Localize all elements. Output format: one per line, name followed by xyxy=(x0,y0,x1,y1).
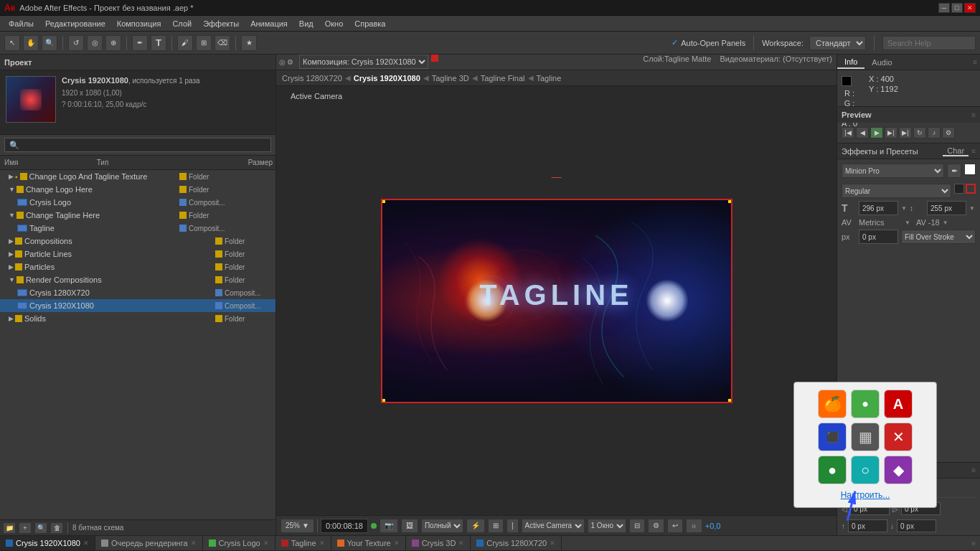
corner-handle-br[interactable] xyxy=(728,399,732,403)
corner-handle-bl[interactable] xyxy=(381,399,385,403)
timeline-tab-texture[interactable]: Your Texture ✕ xyxy=(331,536,406,550)
breadcrumb-crysis-1920[interactable]: Crysis 1920X1080 xyxy=(354,74,420,83)
time-display[interactable]: 0:00:08:18 xyxy=(321,519,368,533)
tab-close-texture[interactable]: ✕ xyxy=(394,540,400,547)
tab-close-crysis3d[interactable]: ✕ xyxy=(458,540,464,547)
space-after-input[interactable] xyxy=(897,519,936,532)
tab-close-tagline[interactable]: ✕ xyxy=(319,540,325,547)
audio-button[interactable]: ♪ xyxy=(928,127,941,138)
no-fill-icon[interactable] xyxy=(966,184,976,194)
search-input[interactable] xyxy=(882,36,976,50)
timeline-tab-crysis1920[interactable]: Crysis 1920X1080 ✕ xyxy=(0,536,95,550)
quality-select[interactable]: Полный xyxy=(421,519,463,533)
fill-style-select[interactable]: Fill Over Stroke xyxy=(901,230,976,244)
addon-icon-2[interactable]: ● xyxy=(851,390,880,418)
play-button[interactable]: ▶ xyxy=(870,127,883,138)
preview-menu-btn[interactable]: ≡ xyxy=(971,111,976,119)
reset-view-btn[interactable]: ↩ xyxy=(667,519,683,533)
close-button[interactable]: ✕ xyxy=(964,3,976,13)
font-style-select[interactable]: Regular xyxy=(842,184,951,198)
tool-clone[interactable]: ⊞ xyxy=(196,35,212,51)
corner-handle-tr[interactable] xyxy=(728,199,732,203)
corner-handle-tl[interactable] xyxy=(381,199,385,203)
tool-rotate[interactable]: ↺ xyxy=(68,35,84,51)
addon-icon-8[interactable]: ○ xyxy=(851,456,880,484)
stroke-color[interactable] xyxy=(954,184,964,194)
panel-menu-btn[interactable]: ≡ xyxy=(970,58,980,66)
list-item[interactable]: Tagline Composit... xyxy=(0,222,275,235)
tab-close-renderqueue[interactable]: ✕ xyxy=(191,540,197,547)
comp-name-dropdown[interactable]: Композиция: Crysis 1920X1080 xyxy=(299,55,428,69)
menu-effects[interactable]: Эффекты xyxy=(197,18,245,29)
para-menu-btn[interactable]: ≡ xyxy=(971,466,976,474)
tool-cam1[interactable]: ◎ xyxy=(87,35,103,51)
menu-help[interactable]: Справка xyxy=(349,18,391,29)
breadcrumb-tagline-3d[interactable]: Tagline 3D xyxy=(432,74,469,83)
list-item[interactable]: ▶ Particles Folder xyxy=(0,260,275,273)
tab-info[interactable]: Info xyxy=(837,56,864,69)
new-folder-button[interactable]: 📁 xyxy=(3,522,16,534)
list-item[interactable]: ▼ Change Logo Here Folder xyxy=(0,183,275,196)
fast-preview-btn[interactable]: ⚡ xyxy=(466,519,485,533)
addon-icon-5[interactable]: ▦ xyxy=(851,423,880,451)
list-item[interactable]: Crysis Logo Composit... xyxy=(0,196,275,209)
addon-icon-4[interactable]: ⬛ xyxy=(818,423,847,451)
view-select[interactable]: 1 Окно xyxy=(588,519,626,533)
menu-layer[interactable]: Слой xyxy=(166,18,197,29)
tool-hand[interactable]: ✋ xyxy=(23,35,39,51)
canvas-viewport[interactable]: Active Camera — xyxy=(276,86,837,515)
addon-icon-6[interactable]: ✕ xyxy=(884,423,913,451)
tab-close-crysis1280[interactable]: ✕ xyxy=(550,540,555,547)
tool-text[interactable]: T xyxy=(151,35,166,51)
addon-icon-1[interactable]: 🍊 xyxy=(818,390,847,418)
minimize-button[interactable]: ─ xyxy=(938,3,950,13)
timeline-tab-crysis3d[interactable]: Crysis 3D ✕ xyxy=(406,536,471,550)
font-select[interactable]: Minion Pro xyxy=(842,164,944,178)
timeline-tab-crysis1280[interactable]: Crysis 1280X720 ✕ xyxy=(471,536,562,550)
font-tool-icon[interactable]: ✒ xyxy=(947,164,961,178)
tool-select[interactable]: ↖ xyxy=(4,35,20,51)
menu-view[interactable]: Вид xyxy=(293,18,319,29)
px-input[interactable] xyxy=(859,230,898,244)
breadcrumb-tagline-final[interactable]: Tagline Final xyxy=(481,74,525,83)
tool-pen[interactable]: ✒ xyxy=(132,35,148,51)
tab-close-crysis1920[interactable]: ✕ xyxy=(83,540,89,547)
go-start-button[interactable]: |◀ xyxy=(842,127,854,138)
list-item[interactable]: ▶ ▪ Change Logo And Tagline Texture Fold… xyxy=(0,170,275,183)
grid-btn[interactable]: ⊞ xyxy=(488,519,504,533)
addon-icon-7[interactable]: ● xyxy=(818,456,847,484)
composition-settings-btn[interactable]: ⚙ xyxy=(648,519,664,533)
tool-brush[interactable]: 🖌 xyxy=(177,35,193,51)
search-button[interactable]: 🔍 xyxy=(34,522,47,534)
composition-canvas[interactable]: TAGLINE xyxy=(381,199,732,403)
preview-settings-button[interactable]: ⚙ xyxy=(942,127,955,138)
leading-input[interactable] xyxy=(927,201,966,215)
list-item[interactable]: ▼ Render Compositions Folder xyxy=(0,273,275,286)
workspace-select[interactable]: Стандарт xyxy=(809,36,866,50)
list-item[interactable]: ▶ Particle Lines Folder xyxy=(0,248,275,260)
tool-eraser[interactable]: ⌫ xyxy=(215,35,230,51)
timeline-menu-btn[interactable]: ≡ xyxy=(967,540,980,547)
step-back-button[interactable]: ◀ xyxy=(856,127,869,138)
font-size-input[interactable] xyxy=(859,201,898,215)
customize-link[interactable]: Настроить... xyxy=(801,490,929,500)
list-item[interactable]: ▶ Compositions Folder xyxy=(0,235,275,248)
timeline-tab-tagline[interactable]: Tagline ✕ xyxy=(275,536,331,550)
effects-menu-btn[interactable]: ≡ xyxy=(971,147,976,155)
menu-composition[interactable]: Композиция xyxy=(111,18,167,29)
menu-files[interactable]: Файлы xyxy=(3,18,39,29)
show-snapshot-btn[interactable]: 🖼 xyxy=(401,519,418,533)
addon-icon-3[interactable]: A xyxy=(884,390,913,418)
list-item[interactable]: ▶ Solids Folder xyxy=(0,312,275,325)
color-picker-white[interactable] xyxy=(964,164,976,175)
loop-button[interactable]: ↻ xyxy=(913,127,926,138)
tool-zoom[interactable]: 🔍 xyxy=(42,35,57,51)
snapshot-btn[interactable]: 📷 xyxy=(380,519,398,533)
breadcrumb-tagline[interactable]: Tagline xyxy=(537,74,562,83)
list-item-selected[interactable]: Crysis 1920X1080 Composit... xyxy=(0,299,275,312)
menu-edit[interactable]: Редактирование xyxy=(39,18,111,29)
project-search-input[interactable] xyxy=(4,138,271,152)
char-tab[interactable]: Char xyxy=(943,146,969,156)
guides-btn[interactable]: | xyxy=(507,519,519,533)
tool-puppet[interactable]: ★ xyxy=(241,35,257,51)
